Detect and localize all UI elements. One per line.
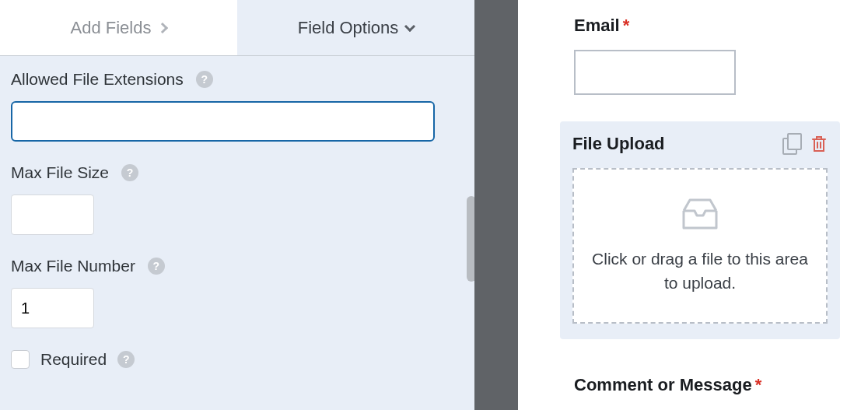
tab-field-options-label: Field Options — [298, 18, 399, 38]
file-upload-title: File Upload — [572, 134, 665, 154]
tab-add-fields-label: Add Fields — [71, 18, 152, 38]
file-upload-header: File Upload — [572, 134, 828, 154]
tab-add-fields[interactable]: Add Fields — [0, 0, 237, 55]
email-label: Email — [574, 16, 620, 35]
required-label: Required — [40, 350, 107, 369]
tab-field-options[interactable]: Field Options — [237, 0, 474, 55]
comment-label-row: Comment or Message* — [574, 375, 837, 395]
file-upload-block[interactable]: File Upload Click or drag a file to this… — [560, 121, 840, 339]
comment-label: Comment or Message — [574, 375, 752, 394]
help-icon[interactable]: ? — [148, 258, 165, 275]
max-file-size-input[interactable] — [11, 194, 94, 235]
required-row: Required ? — [11, 350, 464, 369]
max-file-number-label: Max File Number — [11, 257, 135, 275]
email-input[interactable] — [574, 50, 736, 95]
email-label-row: Email* — [574, 16, 837, 36]
trash-icon[interactable] — [810, 135, 828, 153]
panel-divider — [474, 0, 518, 410]
help-icon[interactable]: ? — [196, 71, 213, 88]
required-indicator: * — [623, 16, 630, 35]
allowed-extensions-group: Allowed File Extensions ? — [11, 70, 464, 142]
max-file-size-label-row: Max File Size ? — [11, 163, 464, 182]
help-icon[interactable]: ? — [121, 164, 138, 181]
field-options-panel: Add Fields Field Options Allowed File Ex… — [0, 0, 474, 410]
max-file-number-label-row: Max File Number ? — [11, 257, 464, 275]
file-upload-actions — [782, 135, 828, 153]
max-file-number-group: Max File Number ? — [11, 257, 464, 328]
inbox-icon — [679, 197, 721, 233]
max-file-size-label: Max File Size — [11, 163, 109, 182]
email-field-block: Email* — [574, 16, 837, 95]
chevron-down-icon — [404, 20, 415, 31]
chevron-right-icon — [157, 22, 168, 33]
allowed-extensions-input[interactable] — [11, 101, 435, 142]
form-preview-panel: Email* File Upload Click or drag a — [518, 0, 868, 410]
dropzone-text: Click or drag a file to this area to upl… — [574, 247, 826, 296]
allowed-extensions-label-row: Allowed File Extensions ? — [11, 70, 464, 89]
max-file-number-input[interactable] — [11, 288, 94, 328]
file-dropzone[interactable]: Click or drag a file to this area to upl… — [572, 168, 828, 324]
tabs: Add Fields Field Options — [0, 0, 474, 56]
required-checkbox[interactable] — [11, 350, 30, 369]
help-icon[interactable]: ? — [117, 351, 135, 368]
required-indicator: * — [755, 375, 762, 394]
max-file-size-group: Max File Size ? — [11, 163, 464, 235]
panel-content: Allowed File Extensions ? Max File Size … — [0, 56, 474, 369]
duplicate-icon[interactable] — [782, 135, 801, 153]
allowed-extensions-label: Allowed File Extensions — [11, 70, 184, 89]
